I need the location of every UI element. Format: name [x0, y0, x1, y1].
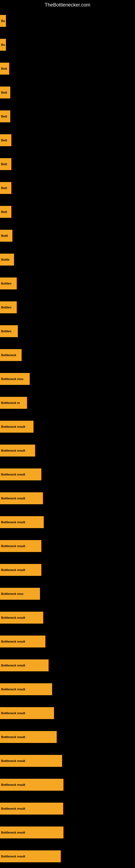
bar-label-33: Bottleneck result: [1, 783, 25, 786]
bar-15: Bottleneck: [0, 349, 21, 361]
bar-row-21: Bottleneck result: [0, 486, 135, 510]
site-title: TheBottlenecker.com: [0, 0, 135, 9]
bar-11: Bottle: [0, 254, 14, 266]
bar-18: Bottleneck result: [0, 421, 34, 433]
bar-row-34: Bottleneck result: [0, 797, 135, 820]
bar-label-13: Bottlen: [1, 306, 11, 309]
bar-17: Bottleneck re: [0, 397, 27, 409]
bar-row-13: Bottlen: [0, 296, 135, 319]
bar-label-17: Bottleneck re: [1, 401, 20, 404]
bar-row-11: Bottle: [0, 248, 135, 272]
bar-35: Bottleneck result: [0, 827, 63, 838]
bar-label-16: Bottleneck resu: [1, 377, 24, 380]
bar-row-18: Bottleneck result: [0, 415, 135, 439]
bar-row-7: Bott: [0, 152, 135, 176]
bar-23: Bottleneck result: [0, 540, 41, 552]
bar-label-3: Bott: [1, 67, 7, 70]
bar-label-26: Bottleneck result: [1, 616, 25, 619]
bar-row-2: Bo: [0, 33, 135, 57]
bar-25: Bottleneck resu: [0, 588, 40, 600]
bar-14: Bottlen: [0, 325, 18, 337]
bar-label-11: Bottle: [1, 258, 9, 261]
bar-31: Bottleneck result: [0, 731, 57, 743]
bar-label-12: Bottlen: [1, 282, 11, 285]
bar-label-35: Bottleneck result: [1, 831, 25, 834]
bar-label-10: Bottl: [1, 234, 8, 237]
bar-row-19: Bottleneck result: [0, 439, 135, 463]
bar-30: Bottleneck result: [0, 707, 54, 719]
bar-19: Bottleneck result: [0, 444, 35, 457]
bar-row-31: Bottleneck result: [0, 725, 135, 749]
bar-row-6: Bott: [0, 128, 135, 152]
bar-33: Bottleneck result: [0, 779, 63, 791]
bar-8: Bott: [0, 182, 11, 194]
bar-row-15: Bottleneck: [0, 343, 135, 367]
bar-2: Bo: [0, 39, 6, 51]
bar-label-23: Bottleneck result: [1, 545, 25, 548]
bar-row-30: Bottleneck result: [0, 701, 135, 725]
bar-label-8: Bott: [1, 186, 7, 190]
bar-32: Bottleneck result: [0, 755, 62, 767]
bar-22: Bottleneck result: [0, 516, 44, 528]
bar-row-8: Bott: [0, 176, 135, 200]
bar-label-2: Bo: [1, 43, 5, 46]
bar-label-18: Bottleneck result: [1, 425, 25, 428]
bar-label-9: Bott: [1, 210, 7, 214]
bar-label-1: Bo: [1, 19, 5, 23]
bar-row-12: Bottlen: [0, 272, 135, 296]
bar-row-23: Bottleneck result: [0, 534, 135, 558]
bar-label-6: Bott: [1, 138, 7, 142]
bar-label-29: Bottleneck result: [1, 688, 25, 691]
bar-label-27: Bottleneck result: [1, 640, 25, 643]
bar-27: Bottleneck result: [0, 636, 45, 648]
bar-row-33: Bottleneck result: [0, 773, 135, 797]
bar-row-32: Bottleneck result: [0, 749, 135, 773]
bar-row-16: Bottleneck resu: [0, 367, 135, 391]
bar-label-21: Bottleneck result: [1, 497, 25, 500]
bar-row-3: Bott: [0, 57, 135, 81]
bar-label-7: Bott: [1, 162, 7, 166]
bar-row-25: Bottleneck resu: [0, 582, 135, 606]
bar-6: Bott: [0, 134, 11, 146]
bar-label-25: Bottleneck resu: [1, 592, 24, 595]
bar-20: Bottleneck result: [0, 468, 41, 480]
bar-row-29: Bottleneck result: [0, 677, 135, 701]
bar-7: Bott: [0, 158, 11, 170]
bar-row-35: Bottleneck result: [0, 820, 135, 844]
bar-label-4: Bott: [1, 91, 7, 94]
bar-10: Bottl: [0, 230, 12, 242]
bar-16: Bottleneck resu: [0, 373, 30, 385]
bar-label-20: Bottleneck result: [1, 473, 25, 476]
bar-row-10: Bottl: [0, 224, 135, 248]
bar-row-9: Bott: [0, 200, 135, 224]
bar-9: Bott: [0, 206, 11, 218]
bar-label-14: Bottlen: [1, 330, 11, 333]
bar-label-34: Bottleneck result: [1, 807, 25, 810]
bar-5: Bott: [0, 111, 10, 122]
bar-label-32: Bottleneck result: [1, 759, 25, 763]
bar-row-26: Bottleneck result: [0, 606, 135, 629]
bar-label-19: Bottleneck result: [1, 449, 25, 452]
bar-row-36: Bottleneck result: [0, 844, 135, 868]
bar-row-17: Bottleneck re: [0, 391, 135, 415]
bar-36: Bottleneck result: [0, 850, 61, 862]
bar-26: Bottleneck result: [0, 612, 43, 624]
bar-21: Bottleneck result: [0, 492, 43, 504]
bar-row-14: Bottlen: [0, 319, 135, 343]
bar-24: Bottleneck result: [0, 564, 41, 576]
bar-12: Bottlen: [0, 278, 17, 289]
bar-4: Bott: [0, 87, 10, 98]
bar-row-5: Bott: [0, 104, 135, 128]
bar-label-36: Bottleneck result: [1, 855, 25, 858]
bar-label-28: Bottleneck result: [1, 664, 25, 667]
bar-34: Bottleneck result: [0, 803, 63, 814]
bar-label-5: Bott: [1, 115, 7, 118]
bar-28: Bottleneck result: [0, 659, 49, 671]
bar-row-24: Bottleneck result: [0, 558, 135, 582]
bar-row-1: Bo: [0, 9, 135, 33]
bar-row-4: Bott: [0, 81, 135, 104]
bar-13: Bottlen: [0, 301, 17, 313]
bar-row-27: Bottleneck result: [0, 629, 135, 653]
bar-label-15: Bottleneck: [1, 353, 16, 357]
bar-label-30: Bottleneck result: [1, 712, 25, 715]
